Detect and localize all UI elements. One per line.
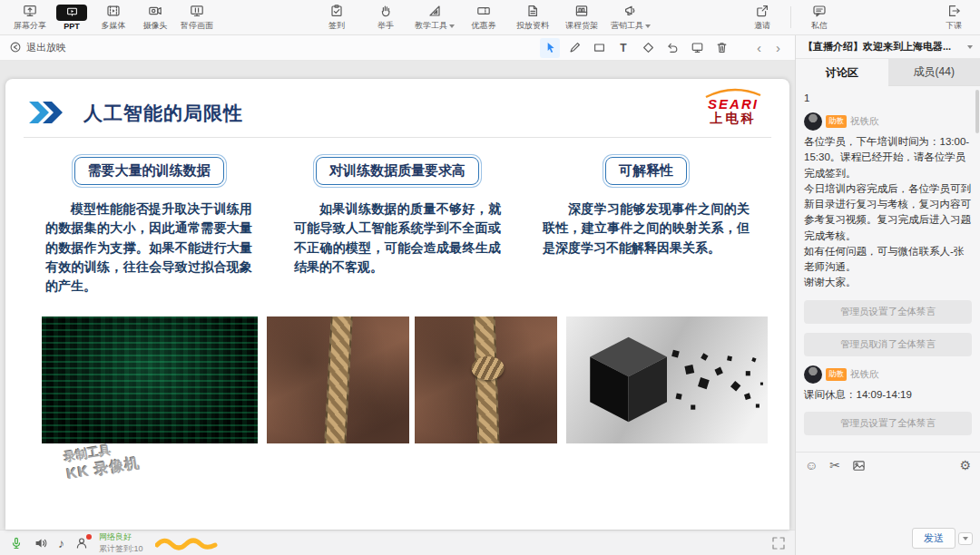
logo-brand-text: SEARI: [704, 97, 762, 112]
annotation-toolbar: T: [540, 38, 731, 58]
eraser-tool-button[interactable]: [638, 38, 658, 58]
toolbar-item-label: 屏幕分享: [14, 20, 46, 32]
logo-sub-text: 上电科: [704, 112, 762, 125]
next-slide-button[interactable]: ›: [776, 40, 780, 55]
send-options-button[interactable]: [958, 532, 973, 545]
toolbar-item-raise-hand[interactable]: 举手: [365, 0, 407, 34]
chat-sidebar: 【直播介绍】欢迎来到上海电器... 讨论区 成员(44) 1 助教 祝铁欣 各位…: [795, 35, 980, 555]
toolbar-item-signin[interactable]: 签到: [316, 0, 358, 34]
fraying-rope-image: [267, 316, 557, 443]
course-shelf-icon: [574, 3, 589, 19]
top-toolbar: 屏幕分享 PPT 多媒体 摄像头: [0, 0, 980, 35]
role-badge: 助教: [826, 115, 847, 128]
avatar[interactable]: [804, 112, 822, 131]
role-badge: 助教: [826, 368, 847, 381]
toolbar-item-label: 私信: [811, 20, 828, 32]
emoji-icon[interactable]: ☺: [805, 458, 818, 472]
title-divider: [24, 137, 771, 138]
toolbar-item-label: 课程货架: [565, 20, 598, 32]
toolbar-item-private-message[interactable]: 私信: [799, 0, 840, 34]
sidebar-tabs: 讨论区 成员(44): [796, 59, 980, 86]
message-header: 助教 祝铁欣: [804, 365, 972, 384]
toolbar-item-camera[interactable]: 摄像头: [134, 0, 176, 34]
fullscreen-icon[interactable]: [771, 536, 786, 550]
materials-icon: [525, 3, 540, 19]
avatar[interactable]: [804, 365, 822, 384]
private-message-icon: [812, 3, 827, 19]
background-music-icon[interactable]: ♪: [58, 536, 64, 550]
live-room-title[interactable]: 【直播介绍】欢迎来到上海电器...: [796, 35, 980, 59]
toolbar-item-screen-share[interactable]: 屏幕分享: [9, 0, 51, 34]
rope-panel: [267, 316, 409, 443]
username: 祝铁欣: [850, 368, 879, 381]
toolbar-item-label: 下课: [946, 20, 962, 32]
tab-members[interactable]: 成员(44): [888, 59, 980, 86]
message-text: 课间休息：14:09-14:19: [804, 387, 972, 403]
seari-logo: SEARI 上电科: [704, 88, 762, 124]
rectangle-tool-button[interactable]: [589, 38, 609, 58]
screen-share-icon: [23, 3, 37, 19]
toolbar-item-marketing-tools[interactable]: 营销工具: [610, 0, 652, 34]
toolbar-item-invite[interactable]: 邀请: [741, 0, 783, 34]
message-header: 助教 祝铁欣: [804, 112, 972, 131]
toolbar-item-ppt[interactable]: PPT: [51, 0, 93, 34]
message-text: 各位学员，下午培训时间为：13:00-15:30。课程已经开始，请各位学员完成签…: [804, 134, 972, 291]
slide-title: 人工智能的局限性: [83, 101, 243, 126]
exit-presentation-label: 退出放映: [26, 41, 66, 54]
toolbar-item-end-class[interactable]: 下课: [933, 0, 975, 34]
toolbar-item-pause-screen[interactable]: 暂停画面: [176, 0, 218, 34]
classroom-tools-group: 签到 举手 教学工具 优惠券: [316, 0, 652, 34]
exit-presentation-icon: [9, 41, 22, 55]
tab-discussion[interactable]: 讨论区: [796, 59, 888, 86]
session-actions-group: 邀请 私信 下课: [741, 0, 980, 34]
main-area: 退出放映 T: [0, 35, 980, 555]
toolbar-item-label: PPT: [64, 22, 80, 31]
prev-slide-button[interactable]: ‹: [757, 40, 761, 55]
exit-presentation-button[interactable]: 退出放映: [9, 41, 66, 55]
chat-scrollbar[interactable]: [975, 90, 979, 133]
network-status: 网络良好: [99, 531, 143, 542]
title-chevrons-icon: [29, 101, 71, 128]
raise-hand-icon: [378, 3, 393, 19]
toolbar-item-teaching-tools[interactable]: 教学工具: [414, 0, 456, 34]
microphone-icon[interactable]: [9, 536, 24, 550]
column-heading: 可解释性: [605, 157, 687, 185]
presentation-column: 退出放映 T: [0, 35, 795, 555]
recorder-watermark: 录制工具 KK 录像机: [63, 438, 142, 484]
signin-icon: [329, 3, 344, 19]
undo-tool-button[interactable]: [662, 38, 682, 58]
pen-tool-button[interactable]: [564, 38, 584, 58]
attendees-icon[interactable]: [74, 536, 89, 550]
slide-images: [42, 316, 768, 443]
text-tool-glyph: T: [620, 42, 626, 54]
invite-icon: [755, 3, 769, 19]
send-button[interactable]: 发送: [912, 528, 956, 549]
chat-message: 1: [804, 92, 972, 103]
clear-screen-tool-button[interactable]: [687, 38, 707, 58]
ppt-icon: [56, 5, 87, 21]
settings-icon[interactable]: ⚙: [959, 458, 971, 472]
delete-annotations-tool-button[interactable]: [711, 38, 731, 58]
toolbar-item-materials[interactable]: 投放资料: [512, 0, 554, 34]
slide-stage: 人工智能的局限性 SEARI 上电科 需要大量的训练数据 模型性能能否提升取决于…: [0, 61, 795, 530]
screenshot-icon[interactable]: ✂: [829, 458, 840, 472]
speaker-icon[interactable]: [34, 536, 48, 550]
message-input[interactable]: [796, 474, 980, 524]
system-message: 管理员设置了全体禁言: [804, 412, 972, 435]
text-tool-button[interactable]: T: [613, 38, 633, 58]
toolbar-item-label: 摄像头: [143, 20, 168, 32]
column-training-data: 需要大量的训练数据 模型性能能否提升取决于训练用的数据集的大小，因此通常需要大量…: [45, 157, 252, 296]
image-upload-icon[interactable]: [852, 459, 866, 472]
chat-message: 助教 祝铁欣 各位学员，下午培训时间为：13:00-15:30。课程已经开始，请…: [804, 112, 972, 291]
matrix-code-image: [42, 316, 258, 443]
toolbar-item-coupon[interactable]: 优惠券: [463, 0, 505, 34]
toolbar-item-label: 举手: [377, 20, 394, 32]
chat-message-list[interactable]: 1 助教 祝铁欣 各位学员，下午培训时间为：13:00-15:30。课程已经开始…: [796, 86, 980, 452]
toolbar-item-label: 教学工具: [415, 20, 455, 32]
toolbar-item-course-shelf[interactable]: 课程货架: [561, 0, 603, 34]
toolbar-item-multimedia[interactable]: 多媒体: [93, 0, 134, 34]
toolbar-item-label: 投放资料: [516, 20, 549, 32]
teaching-tools-icon: [427, 3, 442, 19]
select-tool-button[interactable]: [540, 38, 560, 58]
media-source-group: 屏幕分享 PPT 多媒体 摄像头: [0, 0, 218, 34]
